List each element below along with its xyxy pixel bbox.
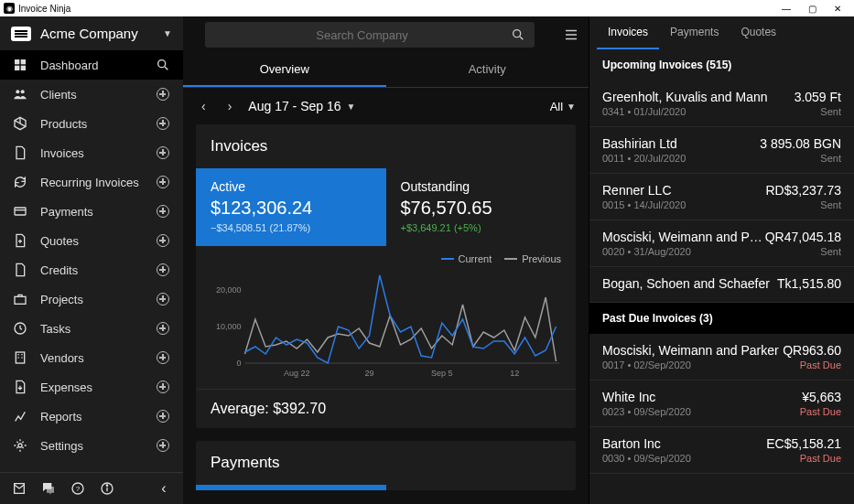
menu-icon[interactable]	[563, 27, 579, 43]
stat-outstanding[interactable]: Outstanding $76,570.65 +$3,649.21 (+5%)	[386, 168, 577, 246]
invoice-amount: EC$5,158.21	[766, 436, 841, 451]
filter-all-button[interactable]: All ▼	[550, 100, 576, 113]
sidebar-item-recurring-invoices[interactable]: Recurring Invoices	[0, 167, 183, 197]
sidebar-item-products[interactable]: Products	[0, 109, 183, 138]
svg-rect-18	[21, 357, 22, 358]
svg-text:Aug 22: Aug 22	[284, 369, 310, 378]
sidebar-item-vendors[interactable]: Vendors	[0, 343, 183, 372]
sidebar-item-label: Products	[40, 117, 143, 131]
forum-icon[interactable]	[40, 480, 57, 497]
svg-text:10,000: 10,000	[216, 322, 242, 331]
invoice-status: Sent	[795, 106, 841, 117]
rtab-invoices[interactable]: Invoices	[597, 16, 659, 49]
svg-rect-12	[15, 296, 26, 304]
filter-all-label: All	[550, 100, 563, 113]
add-icon[interactable]	[156, 292, 170, 306]
stat-outstanding-label: Outstanding	[401, 179, 562, 194]
add-icon[interactable]	[156, 145, 170, 160]
invoice-status: Sent	[765, 199, 841, 210]
payments-card-title: Payments	[196, 441, 576, 485]
svg-rect-3	[21, 66, 26, 70]
add-icon[interactable]	[156, 87, 170, 102]
sidebar-item-payments[interactable]: Payments	[0, 197, 183, 226]
svg-rect-0	[15, 59, 19, 64]
sidebar-item-label: Dashboard	[40, 59, 143, 72]
stat-outstanding-value: $76,570.65	[401, 198, 562, 219]
sidebar-item-reports[interactable]: Reports	[0, 402, 183, 431]
add-icon[interactable]	[156, 380, 170, 394]
add-icon[interactable]	[156, 321, 170, 336]
average-row: Average: $392.70	[196, 389, 576, 428]
search-icon	[511, 27, 525, 42]
date-next-button[interactable]: ›	[222, 99, 238, 113]
invoice-amount: 3 895.08 BGN	[760, 136, 841, 151]
sidebar-item-label: Projects	[40, 293, 143, 306]
search-icon[interactable]	[156, 58, 170, 72]
svg-text:0: 0	[236, 359, 241, 368]
search-input[interactable]	[214, 28, 511, 42]
add-icon[interactable]	[156, 175, 170, 189]
add-icon[interactable]	[156, 438, 170, 453]
invoice-row[interactable]: Barton Inc 0030 • 09/Sep/2020 EC$5,158.2…	[589, 427, 854, 474]
add-icon[interactable]	[156, 409, 170, 424]
invoice-meta: 0341 • 01/Jul/2020	[602, 106, 795, 117]
search-box[interactable]	[205, 22, 535, 48]
date-prev-button[interactable]: ‹	[196, 99, 211, 113]
chevron-down-icon: ▼	[347, 102, 356, 112]
svg-rect-8	[15, 208, 26, 215]
clock-icon	[13, 321, 27, 336]
invoice-status: Sent	[765, 246, 841, 257]
invoice-row[interactable]: White Inc 0023 • 09/Sep/2020 ¥5,663 Past…	[589, 381, 854, 427]
tab-activity[interactable]: Activity	[386, 53, 589, 87]
add-icon[interactable]	[156, 350, 170, 365]
invoice-row[interactable]: Greenholt, Kuvalis and Mann 0341 • 01/Ju…	[589, 80, 854, 127]
sidebar-item-label: Clients	[40, 88, 143, 102]
cube-icon	[13, 116, 27, 131]
stat-active[interactable]: Active $123,306.24 −$34,508.51 (21.87%)	[196, 168, 386, 246]
window-close-button[interactable]: ✕	[825, 4, 850, 14]
add-icon[interactable]	[156, 263, 170, 277]
sidebar-item-credits[interactable]: Credits	[0, 255, 183, 284]
invoice-row[interactable]: Bogan, Schoen and Schaefer Tk1,515.80	[589, 267, 854, 303]
invoice-status: Past Due	[783, 359, 841, 370]
help-icon[interactable]: ?	[70, 480, 86, 497]
mail-icon[interactable]	[11, 480, 27, 497]
sidebar-item-settings[interactable]: Settings	[0, 431, 183, 460]
date-range-selector[interactable]: Aug 17 - Sep 16 ▼	[248, 99, 355, 113]
invoice-client: Bogan, Schoen and Schaefer	[602, 276, 777, 291]
sidebar-item-dashboard[interactable]: Dashboard	[0, 50, 183, 80]
chevron-down-icon: ▼	[567, 102, 576, 112]
sidebar-item-invoices[interactable]: Invoices	[0, 138, 183, 167]
add-icon[interactable]	[156, 233, 170, 248]
window-maximize-button[interactable]: ▢	[799, 4, 825, 14]
legend-current: Current	[441, 253, 492, 264]
invoice-row[interactable]: Renner LLC 0015 • 14/Jul/2020 RD$3,237.7…	[589, 174, 854, 220]
rtab-quotes[interactable]: Quotes	[730, 16, 787, 49]
info-icon[interactable]	[99, 480, 115, 497]
invoice-amount: ¥5,663	[800, 390, 841, 404]
sidebar-item-clients[interactable]: Clients	[0, 80, 183, 109]
sidebar-item-tasks[interactable]: Tasks	[0, 314, 183, 343]
add-icon[interactable]	[156, 204, 170, 219]
sidebar-item-label: Settings	[40, 439, 143, 453]
people-icon	[13, 87, 27, 102]
legend-previous: Previous	[504, 253, 561, 264]
building-icon	[13, 350, 27, 365]
add-icon[interactable]	[156, 116, 170, 131]
company-selector[interactable]: Acme Company ▼	[0, 16, 183, 50]
collapse-sidebar-icon[interactable]: ‹	[156, 480, 172, 497]
svg-point-4	[158, 60, 166, 68]
tab-overview[interactable]: Overview	[183, 53, 386, 87]
svg-text:20,000: 20,000	[216, 285, 242, 295]
rtab-payments[interactable]: Payments	[659, 16, 730, 49]
sidebar-item-quotes[interactable]: Quotes	[0, 226, 183, 255]
invoice-amount: RD$3,237.73	[765, 183, 841, 198]
invoice-row[interactable]: Mosciski, Weimann and Parker 0020 • 31/A…	[589, 220, 854, 267]
sidebar-item-projects[interactable]: Projects	[0, 284, 183, 314]
invoice-row[interactable]: Mosciski, Weimann and Parker 0017 • 02/S…	[589, 334, 854, 381]
invoice-row[interactable]: Bashirian Ltd 0011 • 20/Jul/2020 3 895.0…	[589, 127, 854, 174]
invoice-meta: 0030 • 09/Sep/2020	[602, 453, 766, 464]
svg-line-5	[165, 67, 168, 70]
window-minimize-button[interactable]: —	[773, 4, 799, 14]
sidebar-item-expenses[interactable]: Expenses	[0, 372, 183, 402]
